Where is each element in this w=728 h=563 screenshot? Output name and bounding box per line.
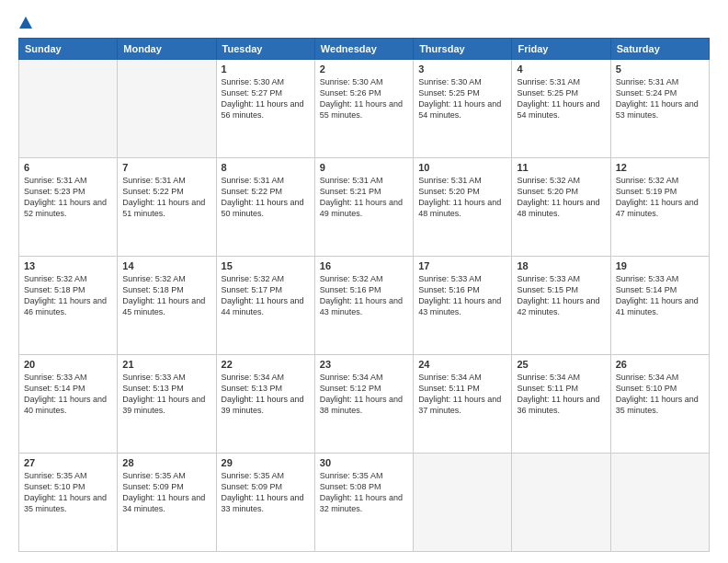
cell-details: Sunrise: 5:32 AMSunset: 5:16 PMDaylight:… <box>320 273 408 318</box>
cell-details: Sunrise: 5:35 AMSunset: 5:08 PMDaylight:… <box>320 470 408 515</box>
cell-details: Sunrise: 5:30 AMSunset: 5:27 PMDaylight:… <box>222 76 310 121</box>
calendar-cell: 30Sunrise: 5:35 AMSunset: 5:08 PMDayligh… <box>314 454 413 552</box>
calendar-cell: 5Sunrise: 5:31 AMSunset: 5:24 PMDaylight… <box>610 60 709 158</box>
calendar-cell: 13Sunrise: 5:32 AMSunset: 5:18 PMDayligh… <box>19 257 118 355</box>
calendar-cell: 7Sunrise: 5:31 AMSunset: 5:22 PMDaylight… <box>118 158 216 257</box>
day-number: 26 <box>616 359 704 370</box>
weekday-header-sunday: Sunday <box>19 39 118 60</box>
cell-details: Sunrise: 5:31 AMSunset: 5:23 PMDaylight:… <box>24 175 112 220</box>
cell-details: Sunrise: 5:33 AMSunset: 5:14 PMDaylight:… <box>24 372 112 417</box>
cell-details: Sunrise: 5:35 AMSunset: 5:09 PMDaylight:… <box>222 470 310 515</box>
calendar-cell: 12Sunrise: 5:32 AMSunset: 5:19 PMDayligh… <box>610 158 709 257</box>
cell-details: Sunrise: 5:31 AMSunset: 5:21 PMDaylight:… <box>320 175 408 220</box>
weekday-header-monday: Monday <box>118 39 216 60</box>
calendar-cell <box>19 60 118 158</box>
day-number: 10 <box>418 162 506 173</box>
day-number: 18 <box>517 260 605 271</box>
weekday-header-wednesday: Wednesday <box>314 39 413 60</box>
cell-details: Sunrise: 5:32 AMSunset: 5:18 PMDaylight:… <box>24 273 112 318</box>
calendar-cell: 20Sunrise: 5:33 AMSunset: 5:14 PMDayligh… <box>19 355 118 454</box>
calendar-cell: 21Sunrise: 5:33 AMSunset: 5:13 PMDayligh… <box>118 355 216 454</box>
day-number: 24 <box>418 359 506 370</box>
cell-details: Sunrise: 5:31 AMSunset: 5:22 PMDaylight:… <box>222 175 310 220</box>
day-number: 6 <box>24 162 112 173</box>
calendar-cell: 18Sunrise: 5:33 AMSunset: 5:15 PMDayligh… <box>512 257 610 355</box>
calendar-cell: 25Sunrise: 5:34 AMSunset: 5:11 PMDayligh… <box>512 355 610 454</box>
day-number: 5 <box>616 63 704 75</box>
weekday-header-thursday: Thursday <box>414 39 512 60</box>
day-number: 15 <box>222 260 310 271</box>
day-number: 23 <box>320 359 408 370</box>
calendar-cell: 1Sunrise: 5:30 AMSunset: 5:27 PMDaylight… <box>216 60 314 158</box>
day-number: 21 <box>122 359 210 370</box>
page: SundayMondayTuesdayWednesdayThursdayFrid… <box>0 0 728 563</box>
day-number: 3 <box>418 63 506 75</box>
calendar-cell: 8Sunrise: 5:31 AMSunset: 5:22 PMDaylight… <box>216 158 314 257</box>
day-number: 16 <box>320 260 408 271</box>
cell-details: Sunrise: 5:32 AMSunset: 5:18 PMDaylight:… <box>122 273 210 318</box>
calendar-cell: 22Sunrise: 5:34 AMSunset: 5:13 PMDayligh… <box>216 355 314 454</box>
cell-details: Sunrise: 5:33 AMSunset: 5:14 PMDaylight:… <box>616 273 704 318</box>
calendar-table: SundayMondayTuesdayWednesdayThursdayFrid… <box>18 38 710 552</box>
calendar-cell: 17Sunrise: 5:33 AMSunset: 5:16 PMDayligh… <box>414 257 512 355</box>
cell-details: Sunrise: 5:33 AMSunset: 5:15 PMDaylight:… <box>517 273 605 318</box>
calendar-cell <box>118 60 216 158</box>
day-number: 20 <box>24 359 112 370</box>
day-number: 7 <box>122 162 210 173</box>
day-number: 4 <box>517 63 605 75</box>
cell-details: Sunrise: 5:35 AMSunset: 5:10 PMDaylight:… <box>24 470 112 515</box>
day-number: 1 <box>222 63 310 75</box>
calendar-cell: 14Sunrise: 5:32 AMSunset: 5:18 PMDayligh… <box>118 257 216 355</box>
weekday-header-friday: Friday <box>512 39 610 60</box>
cell-details: Sunrise: 5:34 AMSunset: 5:10 PMDaylight:… <box>616 372 704 417</box>
day-number: 17 <box>418 260 506 271</box>
calendar-cell: 15Sunrise: 5:32 AMSunset: 5:17 PMDayligh… <box>216 257 314 355</box>
calendar-cell: 6Sunrise: 5:31 AMSunset: 5:23 PMDaylight… <box>19 158 118 257</box>
logo <box>18 17 34 29</box>
day-number: 13 <box>24 260 112 271</box>
calendar-cell: 19Sunrise: 5:33 AMSunset: 5:14 PMDayligh… <box>610 257 709 355</box>
cell-details: Sunrise: 5:32 AMSunset: 5:19 PMDaylight:… <box>616 175 704 220</box>
calendar-cell <box>610 454 709 552</box>
day-number: 9 <box>320 162 408 173</box>
calendar-cell: 28Sunrise: 5:35 AMSunset: 5:09 PMDayligh… <box>118 454 216 552</box>
cell-details: Sunrise: 5:35 AMSunset: 5:09 PMDaylight:… <box>122 470 210 515</box>
cell-details: Sunrise: 5:31 AMSunset: 5:22 PMDaylight:… <box>122 175 210 220</box>
day-number: 25 <box>517 359 605 370</box>
calendar-cell <box>512 454 610 552</box>
day-number: 28 <box>122 457 210 468</box>
calendar-cell: 3Sunrise: 5:30 AMSunset: 5:25 PMDaylight… <box>414 60 512 158</box>
cell-details: Sunrise: 5:31 AMSunset: 5:24 PMDaylight:… <box>616 76 704 121</box>
cell-details: Sunrise: 5:33 AMSunset: 5:13 PMDaylight:… <box>122 372 210 417</box>
weekday-header-tuesday: Tuesday <box>216 39 314 60</box>
day-number: 30 <box>320 457 408 468</box>
weekday-header-saturday: Saturday <box>610 39 709 60</box>
calendar-cell: 27Sunrise: 5:35 AMSunset: 5:10 PMDayligh… <box>19 454 118 552</box>
calendar-cell: 29Sunrise: 5:35 AMSunset: 5:09 PMDayligh… <box>216 454 314 552</box>
header <box>18 17 710 29</box>
cell-details: Sunrise: 5:31 AMSunset: 5:25 PMDaylight:… <box>517 76 605 121</box>
cell-details: Sunrise: 5:32 AMSunset: 5:20 PMDaylight:… <box>517 175 605 220</box>
cell-details: Sunrise: 5:34 AMSunset: 5:12 PMDaylight:… <box>320 372 408 417</box>
calendar-cell: 23Sunrise: 5:34 AMSunset: 5:12 PMDayligh… <box>314 355 413 454</box>
day-number: 29 <box>222 457 310 468</box>
calendar-cell: 4Sunrise: 5:31 AMSunset: 5:25 PMDaylight… <box>512 60 610 158</box>
day-number: 2 <box>320 63 408 75</box>
calendar-cell: 24Sunrise: 5:34 AMSunset: 5:11 PMDayligh… <box>414 355 512 454</box>
calendar-cell: 10Sunrise: 5:31 AMSunset: 5:20 PMDayligh… <box>414 158 512 257</box>
day-number: 8 <box>222 162 310 173</box>
calendar-cell <box>414 454 512 552</box>
day-number: 22 <box>222 359 310 370</box>
day-number: 19 <box>616 260 704 271</box>
day-number: 14 <box>122 260 210 271</box>
cell-details: Sunrise: 5:34 AMSunset: 5:13 PMDaylight:… <box>222 372 310 417</box>
day-number: 27 <box>24 457 112 468</box>
cell-details: Sunrise: 5:30 AMSunset: 5:26 PMDaylight:… <box>320 76 408 121</box>
calendar-cell: 11Sunrise: 5:32 AMSunset: 5:20 PMDayligh… <box>512 158 610 257</box>
calendar-cell: 9Sunrise: 5:31 AMSunset: 5:21 PMDaylight… <box>314 158 413 257</box>
cell-details: Sunrise: 5:30 AMSunset: 5:25 PMDaylight:… <box>418 76 506 121</box>
calendar-cell: 16Sunrise: 5:32 AMSunset: 5:16 PMDayligh… <box>314 257 413 355</box>
calendar-cell: 26Sunrise: 5:34 AMSunset: 5:10 PMDayligh… <box>610 355 709 454</box>
cell-details: Sunrise: 5:32 AMSunset: 5:17 PMDaylight:… <box>222 273 310 318</box>
calendar-cell: 2Sunrise: 5:30 AMSunset: 5:26 PMDaylight… <box>314 60 413 158</box>
